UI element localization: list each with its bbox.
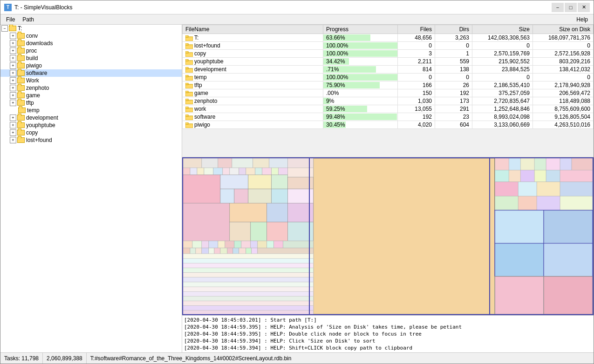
table-row[interactable]: copy100.00%312,570,159,7692,572,156,928 <box>183 50 594 58</box>
tree-item-game[interactable]: + game <box>0 92 182 99</box>
treemap-container[interactable] <box>182 157 594 315</box>
col-size-on-disk[interactable]: Size on Disk <box>533 25 594 34</box>
svg-rect-120 <box>518 182 537 196</box>
table-row[interactable]: temp100.00%0000 <box>183 74 594 81</box>
tree-label-build: build <box>26 55 38 61</box>
tree-item-root[interactable]: − T: <box>0 25 182 32</box>
tree-label-work: Work <box>26 77 39 84</box>
expand-piwigo[interactable]: + <box>10 62 16 69</box>
table-row[interactable]: tftp75.90%166262,186,535,4102,178,940,92… <box>183 81 594 89</box>
menu-file[interactable]: File <box>2 15 19 24</box>
tree-item-proc[interactable]: + proc <box>0 47 182 54</box>
tree-item-tftp[interactable]: + tftp <box>0 99 182 107</box>
tree-item-piwigo[interactable]: + piwigo <box>0 62 182 69</box>
table-container[interactable]: FileName Progress Files Dirs Size Size o… <box>182 25 594 157</box>
svg-rect-108 <box>520 158 534 170</box>
table-row[interactable]: software99.48%192238,993,024,0989,126,80… <box>183 113 594 121</box>
svg-rect-90 <box>252 248 258 254</box>
col-size[interactable]: Size <box>472 25 533 34</box>
svg-rect-32 <box>288 158 314 168</box>
svg-rect-46 <box>288 168 314 177</box>
expand-copy[interactable]: + <box>10 129 16 136</box>
expand-software[interactable]: + <box>10 70 16 76</box>
status-size: 2,060,899,388 <box>43 353 87 364</box>
expand-build[interactable]: + <box>10 55 16 61</box>
tree-label-tftp: tftp <box>26 100 34 106</box>
col-progress[interactable]: Progress <box>323 25 398 34</box>
svg-rect-50 <box>272 175 288 189</box>
close-button[interactable]: ✕ <box>578 3 590 12</box>
tree-item-temp[interactable]: temp <box>0 107 182 114</box>
expand-lostfound[interactable]: + <box>10 137 16 143</box>
svg-rect-69 <box>209 241 218 248</box>
tree-item-zenphoto[interactable]: + zenphoto <box>0 84 182 92</box>
svg-rect-84 <box>214 248 220 254</box>
tree-item-development[interactable]: + development <box>0 114 182 121</box>
svg-rect-86 <box>227 248 233 254</box>
expand-work[interactable]: + <box>10 77 16 84</box>
maximize-button[interactable]: □ <box>565 3 577 12</box>
svg-rect-72 <box>234 241 241 248</box>
tree-item-lostfound[interactable]: + lost+found <box>0 136 182 144</box>
col-filename[interactable]: FileName <box>183 25 323 34</box>
table-row[interactable]: T:63.66%48,6563,263142,083,308,563168,09… <box>183 34 594 42</box>
status-tasks: Tasks: 11,798 <box>0 353 43 364</box>
help-button[interactable]: Help <box>573 15 592 24</box>
table-row[interactable]: zenphoto9%1,0301732,720,835,647118,489,0… <box>183 97 594 105</box>
minimize-button[interactable]: − <box>552 3 564 12</box>
table-row[interactable]: game.00%150192375,257,059206,569,472 <box>183 89 594 97</box>
table-row[interactable]: lost+found100.00%0000 <box>183 42 594 50</box>
svg-rect-61 <box>230 222 251 241</box>
log-line-3: [2020-04-30 18:44:59.395] : HELP: Double… <box>184 330 592 337</box>
svg-rect-88 <box>239 248 246 254</box>
svg-rect-107 <box>509 158 520 170</box>
svg-rect-126 <box>560 196 593 210</box>
folder-icon-copy <box>17 130 25 135</box>
log-line-1: [2020-04-30 18:45:03.201] : Start path [… <box>184 317 592 324</box>
svg-rect-26 <box>183 158 202 168</box>
expand-downloads[interactable]: + <box>10 40 16 47</box>
expand-proc[interactable]: + <box>10 47 16 54</box>
tree-label-temp: temp <box>27 107 40 114</box>
col-files[interactable]: Files <box>398 25 435 34</box>
tree-item-software[interactable]: + software <box>0 69 182 77</box>
window-controls: − □ ✕ <box>552 3 590 12</box>
svg-rect-91 <box>258 248 314 254</box>
table-row[interactable]: piwigo30.45%4,0206043,133,060,6694,263,5… <box>183 121 594 129</box>
tree-label-development: development <box>26 115 58 121</box>
svg-rect-113 <box>495 170 509 182</box>
tree-item-conv[interactable]: + conv <box>0 32 182 40</box>
tree-item-downloads[interactable]: + downloads <box>0 40 182 47</box>
table-row[interactable]: development.71%81413823,884,525138,412,0… <box>183 66 594 74</box>
expand-development[interactable]: + <box>10 115 16 121</box>
expand-game[interactable]: + <box>10 92 16 99</box>
expand-zenphoto[interactable]: + <box>10 85 16 91</box>
tree-item-work[interactable]: + Work <box>0 77 182 84</box>
svg-rect-71 <box>225 241 234 248</box>
table-row[interactable]: youphptube34.42%2,211559215,902,552803,2… <box>183 58 594 66</box>
table-row[interactable]: work59.25%13,0552911,252,648,8468,755,60… <box>183 105 594 113</box>
expand-youphptube[interactable]: + <box>10 122 16 128</box>
expand-conv[interactable]: + <box>10 33 16 39</box>
svg-rect-117 <box>546 170 560 182</box>
col-dirs[interactable]: Dirs <box>435 25 472 34</box>
tree-item-build[interactable]: + build <box>0 54 182 62</box>
title-bar: T T: - SimpleVisualBlocks − □ ✕ <box>0 0 594 14</box>
menu-path[interactable]: Path <box>19 15 38 24</box>
svg-rect-47 <box>183 175 220 203</box>
log-line-5: [2020-04-30 18:44:59.394] : HELP: Shift+… <box>184 344 592 351</box>
log-panel[interactable]: [2020-04-30 18:45:03.201] : Start path [… <box>182 315 594 352</box>
window-title: T: - SimpleVisualBlocks <box>14 4 73 11</box>
tree-item-copy[interactable]: + copy <box>0 129 182 136</box>
tree-item-youphptube[interactable]: + youphptube <box>0 121 182 129</box>
tree-panel[interactable]: − T: + conv + downloads + <box>0 25 182 352</box>
svg-rect-103 <box>183 306 314 310</box>
expand-tftp[interactable]: + <box>10 100 16 106</box>
folder-icon-development <box>17 115 25 121</box>
svg-rect-99 <box>183 287 314 291</box>
svg-rect-133 <box>495 276 544 314</box>
svg-rect-67 <box>192 241 202 248</box>
expand-root[interactable]: − <box>1 25 8 32</box>
svg-rect-54 <box>248 189 272 203</box>
svg-rect-9 <box>185 67 188 69</box>
